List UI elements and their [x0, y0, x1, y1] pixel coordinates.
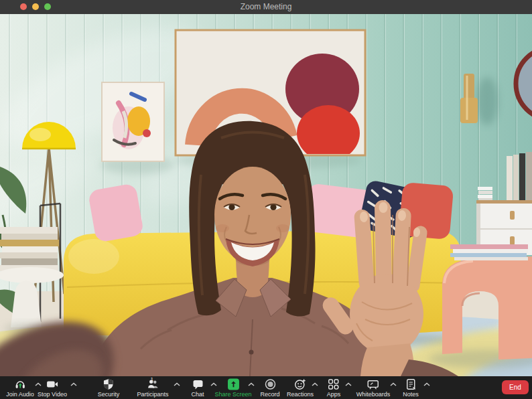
pink-pillow-left — [88, 183, 144, 242]
apps-label: Apps — [327, 391, 341, 398]
chat-label: Chat — [191, 391, 204, 398]
video-camera-icon — [46, 378, 58, 390]
participants-label: Participants — [137, 391, 168, 398]
chat-bubble-icon — [192, 378, 204, 390]
stop-video-options-chevron[interactable] — [70, 382, 77, 386]
chat-button[interactable]: Chat — [191, 378, 204, 398]
zoom-meeting-window: Zoom Meeting — [0, 0, 532, 399]
join-audio-label: Join Audio — [6, 391, 34, 398]
notes-options-chevron[interactable] — [423, 382, 430, 386]
shield-icon — [103, 378, 115, 390]
standing-books — [507, 152, 532, 202]
smiley-plus-icon — [294, 378, 306, 390]
reactions-button[interactable]: Reactions — [287, 378, 314, 398]
security-button[interactable]: Security — [98, 378, 120, 398]
small-abstract-artwork — [101, 82, 174, 174]
notes-icon — [405, 378, 417, 390]
share-screen-button[interactable]: Share Screen — [214, 378, 251, 398]
whiteboards-label: Whiteboards — [356, 391, 391, 398]
meeting-controls-toolbar: Join Audio Stop Video Security — [0, 376, 532, 399]
apps-options-chevron[interactable] — [345, 382, 352, 386]
share-screen-icon — [227, 378, 239, 390]
chevron-up-icon — [174, 382, 180, 386]
record-button[interactable]: Record — [260, 378, 279, 398]
whiteboards-button[interactable]: Whiteboards — [356, 378, 391, 398]
share-screen-options-chevron[interactable] — [248, 382, 255, 386]
book-stack-on-stool — [450, 244, 528, 249]
participants-button[interactable]: 1 Participants — [137, 378, 168, 398]
share-screen-label: Share Screen — [214, 391, 251, 398]
record-icon — [264, 378, 276, 390]
chevron-up-icon — [248, 382, 255, 386]
chevron-up-icon — [345, 382, 352, 386]
apps-button[interactable]: Apps — [327, 378, 341, 398]
living-room-scene — [0, 14, 532, 376]
security-label: Security — [98, 391, 120, 398]
record-label: Record — [260, 391, 279, 398]
stop-video-button[interactable]: Stop Video — [38, 378, 67, 398]
participants-options-chevron[interactable] — [174, 382, 180, 386]
participant-video-tile — [0, 14, 532, 376]
notes-button[interactable]: Notes — [403, 378, 419, 398]
participants-count-badge: 1 — [150, 377, 153, 382]
apps-grid-icon — [328, 378, 340, 390]
stop-video-label: Stop Video — [38, 391, 67, 398]
reactions-label: Reactions — [287, 391, 314, 398]
window-title: Zoom Meeting — [0, 0, 532, 14]
end-meeting-button[interactable]: End — [502, 380, 529, 394]
whiteboards-options-chevron[interactable] — [390, 382, 397, 386]
chevron-up-icon — [312, 382, 318, 386]
notes-label: Notes — [403, 391, 419, 398]
chevron-up-icon — [390, 382, 397, 386]
chevron-up-icon — [423, 382, 430, 386]
reactions-options-chevron[interactable] — [312, 382, 318, 386]
headset-icon — [14, 378, 26, 390]
chevron-up-icon — [70, 382, 77, 386]
join-audio-button[interactable]: Join Audio — [6, 378, 34, 398]
whiteboard-icon — [367, 378, 379, 390]
titlebar: Zoom Meeting — [0, 0, 532, 15]
